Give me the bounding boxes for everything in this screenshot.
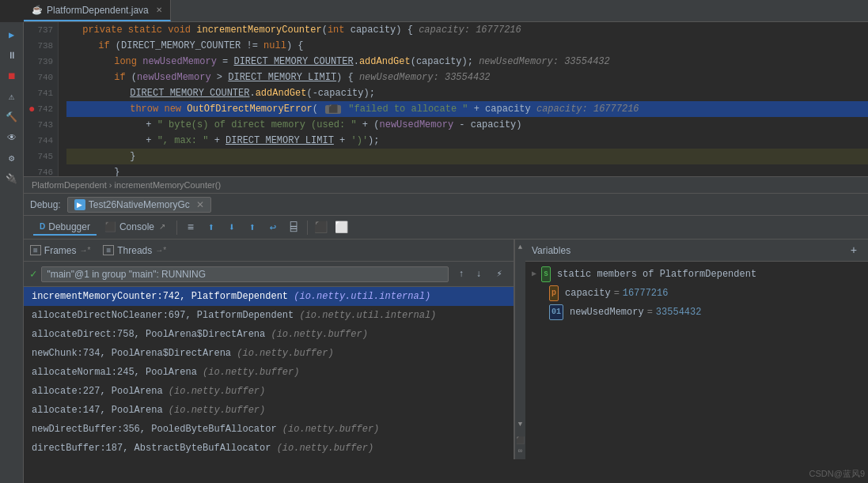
console-expand-icon: ↗ (159, 222, 165, 231)
frame-item-9[interactable]: copy:436, UnsafeByteBufUtil (io.netty.bu… (24, 458, 514, 459)
sidebar-watch-icon[interactable]: 👁 (2, 128, 21, 147)
var-item-static[interactable]: ▶ s static members of PlatformDependent (525, 265, 868, 284)
sidebar-settings-icon[interactable]: ⚙ (2, 149, 21, 168)
left-sidebar: ▶ ⏸ ⏹ ⚠ 🔨 👁 ⚙ 🔌 (0, 22, 24, 459)
panel-tab-frames[interactable]: ≡ Frames →* (30, 245, 90, 256)
main-container: ☕ PlatformDependent.java ✕ 737 738 739 7… (24, 0, 868, 459)
sidebar-plugin-icon[interactable]: 🔌 (2, 169, 21, 188)
line-num-741: 741 (28, 85, 53, 101)
scroll-extra-btn2[interactable]: ∞ (516, 447, 525, 456)
code-line-745: } (66, 149, 868, 164)
frame-location-7: (io.netty.buffer) (282, 424, 379, 435)
scroll-up-btn[interactable]: ▲ (516, 243, 525, 252)
tab-console-label: Console (119, 221, 154, 232)
frame-name-7: newDirectBuffer:356, PooledByteBufAlloca… (32, 424, 282, 435)
sidebar-run-icon[interactable]: ▶ (2, 25, 21, 44)
debugger-icon: D (40, 222, 45, 231)
line-num-740: 740 (28, 70, 53, 85)
frame-item-0[interactable]: incrementMemoryCounter:742, PlatformDepe… (24, 287, 514, 306)
frame-name-1: allocateDirectNoCleaner:697, PlatformDep… (32, 310, 299, 321)
scroll-down-btn[interactable]: ▼ (516, 420, 525, 429)
toolbar-btn-more[interactable]: ⬜ (333, 219, 351, 236)
frame-name-5: allocate:227, PoolArena (32, 386, 169, 397)
var-item-newusedmemory[interactable]: 01 newUsedMemory = 33554432 (525, 303, 868, 322)
breadcrumb: PlatformDependent › incrementMemoryCount… (24, 176, 868, 194)
var-value-newusedmemory: 33554432 (656, 305, 702, 319)
line-num-738: 738 (28, 38, 53, 54)
frames-scrollbar: ▲ ▼ ⬛ ∞ (514, 240, 525, 459)
toolbar-btn-step-out[interactable]: ⬆ (244, 219, 261, 236)
var-item-capacity[interactable]: p capacity = 16777216 (525, 284, 868, 303)
frame-item-5[interactable]: allocate:227, PoolArena (io.netty.buffer… (24, 382, 514, 401)
variables-header: Variables + (525, 240, 868, 262)
panel-tab-threads[interactable]: ≡ Threads →* (103, 245, 166, 256)
breakpoint-icon: ● (28, 101, 35, 117)
add-variable-btn[interactable]: + (846, 243, 862, 258)
right-panel: Variables + ▶ s static members of Platfo… (525, 240, 868, 459)
sidebar-coverage-icon[interactable]: ⚠ (2, 87, 21, 106)
toolbar-btn-evaluate[interactable]: ⌸ (285, 219, 302, 236)
frame-location-1: (io.netty.util.internal) (299, 310, 436, 321)
code-line-743: + " byte(s) of direct memory (used: " + … (66, 117, 868, 133)
frame-location-4: (io.netty.buffer) (203, 367, 299, 378)
code-line-741: DIRECT_MEMORY_COUNTER.addAndGet(-capacit… (66, 85, 868, 101)
frames-icon: ≡ (30, 245, 41, 255)
frame-item-4[interactable]: allocateNormal:245, PoolArena (io.netty.… (24, 363, 514, 382)
thread-filter-btn[interactable]: ⚡ (491, 266, 507, 282)
thread-check-icon: ✓ (30, 267, 36, 281)
line-num-745: 745 (28, 149, 53, 164)
code-line-737: private static void incrementMemoryCount… (66, 22, 868, 38)
toolbar-sep-1 (176, 221, 177, 235)
toolbar-btn-step-into[interactable]: ⬇ (223, 219, 241, 236)
code-line-744: + ", max: " + DIRECT_MEMORY_LIMIT + ')')… (66, 133, 868, 149)
tab-close-icon[interactable]: ✕ (156, 6, 162, 14)
code-line-738: if (DIRECT_MEMORY_COUNTER != null) { (66, 38, 868, 54)
thread-selector: ✓ "main"@1 in group "main": RUNNING ↑ ↓ … (24, 262, 514, 287)
frame-name-4: allocateNormal:245, PoolArena (32, 367, 203, 378)
frame-item-2[interactable]: allocateDirect:758, PoolArena$DirectAren… (24, 325, 514, 344)
code-line-740: if (newUsedMemory > DIRECT_MEMORY_LIMIT)… (66, 70, 868, 85)
thread-down-btn[interactable]: ↓ (471, 266, 487, 282)
toolbar-btn-run-cursor[interactable]: ↩ (264, 219, 282, 236)
toolbar-btn-settings[interactable]: ≡ (182, 219, 199, 236)
var-name-capacity: capacity (565, 286, 611, 300)
thread-up-btn[interactable]: ↑ (453, 266, 469, 282)
threads-arrow: →* (155, 246, 166, 255)
frame-item-8[interactable]: directBuffer:187, AbstractByteBufAllocat… (24, 439, 514, 458)
tab-platform-dependent[interactable]: ☕ PlatformDependent.java ✕ (24, 0, 171, 21)
tab-debugger[interactable]: D Debugger (33, 220, 97, 236)
tab-console[interactable]: ⬛ Console ↗ (98, 220, 172, 236)
frame-item-7[interactable]: newDirectBuffer:356, PooledByteBufAlloca… (24, 420, 514, 439)
threads-icon: ≡ (103, 245, 114, 255)
var-equals-capacity: = (614, 286, 620, 300)
console-icon: ⬛ (104, 221, 116, 232)
code-line-739: long newUsedMemory = DIRECT_MEMORY_COUNT… (66, 54, 868, 70)
toolbar-btn-watch[interactable]: ⬛ (313, 219, 330, 236)
debug-session-close[interactable]: ✕ (196, 199, 204, 210)
sidebar-stop-icon[interactable]: ⏹ (2, 66, 21, 85)
toolbar-btn-step-over[interactable]: ⬆ (203, 219, 220, 236)
frames-label: Frames (44, 245, 77, 256)
tab-debugger-label: Debugger (48, 221, 90, 232)
code-area: 737 738 739 740 741 ● 742 743 744 745 74… (24, 22, 868, 176)
frame-item-1[interactable]: allocateDirectNoCleaner:697, PlatformDep… (24, 306, 514, 325)
sidebar-pause-icon[interactable]: ⏸ (2, 46, 21, 65)
line-num-744: 744 (28, 133, 53, 149)
line-num-737: 737 (28, 22, 53, 38)
sidebar-build-icon[interactable]: 🔨 (2, 108, 21, 126)
frame-item-6[interactable]: allocate:147, PoolArena (io.netty.buffer… (24, 401, 514, 420)
line-num-746: 746 (28, 164, 53, 176)
frame-name-3: newChunk:734, PoolArena$DirectArena (32, 348, 237, 359)
left-panel: ≡ Frames →* ≡ Threads →* ✓ "main"@1 in g… (24, 240, 514, 459)
frames-list: incrementMemoryCounter:742, PlatformDepe… (24, 287, 514, 459)
frame-location-0: (io.netty.util.internal) (294, 291, 430, 302)
scroll-extra-btn[interactable]: ⬛ (516, 436, 525, 445)
frame-location-6: (io.netty.buffer) (169, 405, 265, 416)
thread-dropdown[interactable]: "main"@1 in group "main": RUNNING (41, 266, 449, 282)
frame-item-3[interactable]: newChunk:734, PoolArena$DirectArena (io.… (24, 344, 514, 363)
var-expand-static: ▶ (532, 267, 536, 281)
breadcrumb-class: PlatformDependent (32, 180, 107, 190)
code-line-746: } (66, 164, 868, 176)
debug-session-tab[interactable]: ▶ Test26NativeMemoryGc ✕ (67, 197, 211, 213)
frame-name-6: allocate:147, PoolArena (32, 405, 169, 416)
